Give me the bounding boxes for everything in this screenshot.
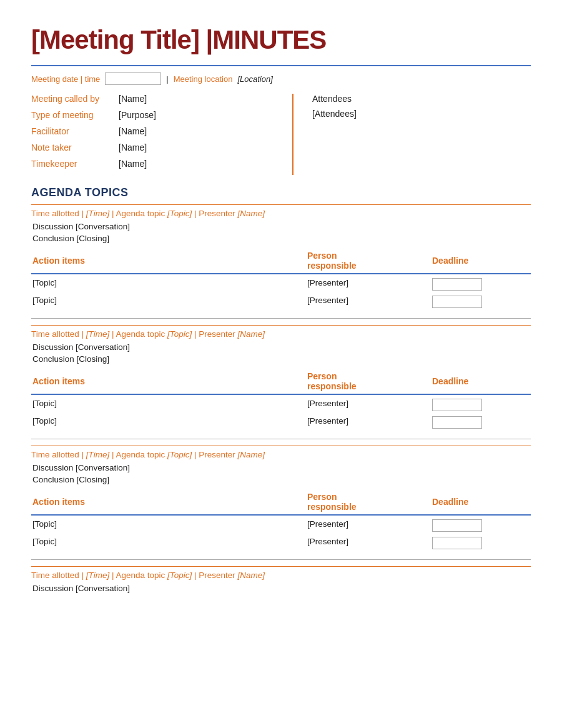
action-deadline-cell [431,533,531,551]
agenda-divider [31,446,531,446]
agenda-header-part: [Time] [86,450,109,459]
action-row: [Topic][Presenter] [31,412,531,430]
deadline-input[interactable] [432,278,482,291]
deadline-input[interactable] [432,399,482,411]
agenda-block: Time allotted | [Time] | Agenda topic [T… [31,204,531,319]
deadline-header: Deadline [431,248,531,274]
meeting-location-separator: | [166,74,168,84]
meeting-location-value: [Location] [237,74,272,84]
agenda-header-row: Time allotted | [Time] | Agenda topic [T… [31,209,531,218]
agenda-header-part: [Topic] [167,329,192,339]
agenda-header-part: Time allotted | [31,209,86,218]
agenda-header-part: [Time] [86,571,109,580]
action-presenter: [Presenter] [306,515,431,533]
deadline-input[interactable] [432,416,482,429]
agenda-divider [31,204,531,205]
meeting-date-input[interactable] [105,72,161,85]
action-row: [Topic][Presenter] [31,515,531,533]
block-bottom-divider [31,318,531,319]
info-key: Timekeeper [31,159,112,169]
info-row: Timekeeper[Name] [31,159,280,169]
info-value: [Name] [119,94,147,104]
info-right: Attendees [Attendees] [293,94,531,175]
action-table: Action itemsPersonresponsibleDeadline[To… [31,369,531,430]
agenda-header-part: | Agenda topic [109,571,167,580]
info-value: [Name] [119,142,147,152]
attendees-value: [Attendees] [312,109,531,119]
info-key: Facilitator [31,126,112,136]
header-divider [31,65,531,66]
agenda-block: Time allotted | [Time] | Agenda topic [T… [31,325,531,439]
agenda-header-part: Time allotted | [31,571,86,580]
agenda-discussion: Discussion [Conversation] [32,222,531,231]
action-topic: [Topic] [31,412,306,430]
action-topic: [Topic] [31,533,306,551]
action-row: [Topic][Presenter] [31,274,531,292]
deadline-input[interactable] [432,296,482,308]
agenda-header-part: [Topic] [167,571,192,580]
action-deadline-cell [431,274,531,292]
info-section: Meeting called by[Name]Type of meeting[P… [31,94,531,175]
action-deadline-cell [431,515,531,533]
info-value: [Purpose] [119,110,156,120]
agenda-conclusion: Conclusion [Closing] [32,354,531,364]
agenda-divider [31,566,531,567]
meeting-date-label: Meeting date | time [31,74,100,84]
action-presenter: [Presenter] [306,292,431,309]
attendees-label: Attendees [312,94,531,104]
person-responsible-header: Personresponsible [306,369,431,394]
deadline-header: Deadline [431,369,531,394]
action-presenter: [Presenter] [306,394,431,412]
agenda-block: Time allotted | [Time] | Agenda topic [T… [31,566,531,593]
agenda-conclusion: Conclusion [Closing] [32,234,531,243]
agenda-header-part: Time allotted | [31,450,86,459]
action-items-header: Action items [31,248,306,274]
agenda-divider [31,325,531,326]
agenda-header-part: | Presenter [192,329,237,339]
action-items-header: Action items [31,369,306,394]
agenda-header-part: | Presenter [192,571,237,580]
action-items-header: Action items [31,489,306,515]
agenda-header-part: | Presenter [192,209,237,218]
action-topic: [Topic] [31,274,306,292]
agenda-header-part: | Agenda topic [109,209,167,218]
info-row: Meeting called by[Name] [31,94,280,104]
meeting-meta-row: Meeting date | time | Meeting location [… [31,72,531,85]
agenda-header-row: Time allotted | [Time] | Agenda topic [T… [31,329,531,339]
action-presenter: [Presenter] [306,274,431,292]
agenda-header-part: [Topic] [167,209,192,218]
info-left: Meeting called by[Name]Type of meeting[P… [31,94,293,175]
deadline-input[interactable] [432,519,482,532]
agenda-header-part: | Agenda topic [109,450,167,459]
agenda-conclusion: Conclusion [Closing] [32,475,531,484]
info-row: Note taker[Name] [31,142,280,152]
deadline-input[interactable] [432,537,482,549]
action-deadline-cell [431,412,531,430]
agenda-header-part: | Presenter [192,450,237,459]
agenda-blocks-container: Time allotted | [Time] | Agenda topic [T… [31,204,531,593]
page-title: [Meeting Title] |MINUTES [31,25,531,55]
person-responsible-header: Personresponsible [306,248,431,274]
agenda-header-part: [Name] [238,571,265,580]
action-table: Action itemsPersonresponsibleDeadline[To… [31,248,531,309]
action-topic: [Topic] [31,515,306,533]
info-value: [Name] [119,159,147,169]
agenda-block: Time allotted | [Time] | Agenda topic [T… [31,446,531,560]
action-topic: [Topic] [31,394,306,412]
info-row: Facilitator[Name] [31,126,280,136]
agenda-discussion: Discussion [Conversation] [32,584,531,593]
deadline-header: Deadline [431,489,531,515]
agenda-header-row: Time allotted | [Time] | Agenda topic [T… [31,571,531,580]
action-row: [Topic][Presenter] [31,394,531,412]
agenda-header-part: [Name] [238,209,265,218]
agenda-header-part: [Name] [238,329,265,339]
agenda-header-part: [Name] [238,450,265,459]
person-responsible-header: Personresponsible [306,489,431,515]
agenda-section-title: AGENDA TOPICS [31,186,531,199]
agenda-header-part: [Time] [86,209,109,218]
agenda-discussion: Discussion [Conversation] [32,342,531,352]
agenda-header-part: [Time] [86,329,109,339]
block-bottom-divider [31,559,531,560]
action-row: [Topic][Presenter] [31,292,531,309]
info-row: Type of meeting[Purpose] [31,110,280,120]
